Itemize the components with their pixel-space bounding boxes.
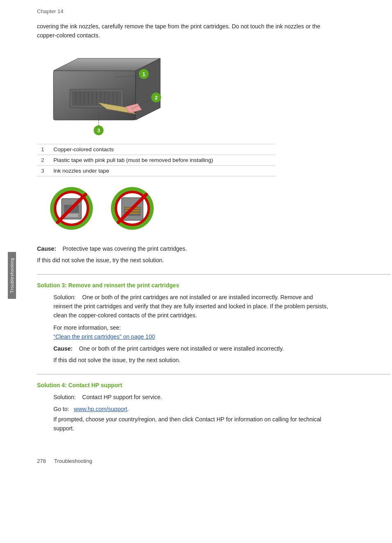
page-footer: 278 Troubleshooting <box>37 458 367 464</box>
cause-3-label: Cause: <box>53 345 73 352</box>
legend-number-3: 3 <box>37 165 49 176</box>
legend-desc-1: Copper-colored contacts <box>49 144 275 155</box>
footer-label: Troubleshooting <box>54 458 92 464</box>
divider-2 <box>37 374 390 374</box>
page-number: 278 <box>37 458 46 464</box>
legend-table: 1 Copper-colored contacts 2 Plastic tape… <box>37 144 275 176</box>
cause-3-description: One or both of the print cartridges were… <box>79 345 284 352</box>
warning-icon-2 <box>110 186 154 232</box>
solution-3-label: Solution: <box>53 294 76 300</box>
solution-4-heading: Solution 4: Contact HP support <box>37 382 367 388</box>
solution-4-if-prompted: If prompted, choose your country/region,… <box>53 415 333 433</box>
legend-row-2: 2 Plastic tape with pink pull tab (must … <box>37 155 275 165</box>
sidebar-troubleshooting-tab: Troubleshooting <box>8 252 16 299</box>
for-more-info: For more information, see: <box>53 324 333 331</box>
legend-desc-3: Ink nozzles under tape <box>49 165 275 176</box>
svg-text:2: 2 <box>154 95 157 101</box>
legend-number-2: 2 <box>37 155 49 165</box>
contact-hp-bold: Contact HP <box>195 416 224 423</box>
cause-1-description: Protective tape was covering the print c… <box>62 245 187 252</box>
cause-1-text: Cause: Protective tape was covering the … <box>37 244 325 253</box>
solution-3-heading: Solution 3: Remove and reinsert the prin… <box>37 282 367 289</box>
chapter-label: Chapter 14 <box>37 8 367 14</box>
solution-4-description: Contact HP support for service. <box>82 394 162 400</box>
divider-1 <box>37 274 390 275</box>
clean-cartridges-link[interactable]: “Clean the print cartridges” on page 100 <box>53 333 155 340</box>
svg-text:3: 3 <box>97 127 100 134</box>
cause-3-text: Cause: One or both of the print cartridg… <box>53 344 333 353</box>
legend-row-3: 3 Ink nozzles under tape <box>37 165 275 176</box>
if-prompted-text: If prompted, choose your country/region,… <box>53 416 194 423</box>
go-to-text: Go to: www.hp.com/support. <box>53 406 333 412</box>
follow-up-1: If this did not solve the issue, try the… <box>37 256 325 265</box>
solution-3-description: One or both of the print cartridges are … <box>53 294 328 319</box>
go-to-label: Go to: <box>53 406 69 412</box>
legend-desc-2: Plastic tape with pink pull tab (must be… <box>49 155 275 165</box>
printer-diagram: 1 2 3 <box>45 50 367 140</box>
sidebar-label: Troubleshooting <box>9 258 14 293</box>
solution-4-label: Solution: <box>53 394 76 400</box>
solution-3-link[interactable]: “Clean the print cartridges” on page 100 <box>53 333 333 340</box>
legend-row-1: 1 Copper-colored contacts <box>37 144 275 155</box>
solution-3-text: Solution: One or both of the print cartr… <box>53 293 333 320</box>
solution-4-block: Solution: Contact HP support for service… <box>53 393 333 433</box>
intro-paragraph: covering the ink nozzles, carefully remo… <box>37 22 325 40</box>
follow-up-3: If this did not solve the issue, try the… <box>53 356 333 365</box>
cause-1-label: Cause: <box>37 245 56 252</box>
warning-icon-1 <box>49 186 94 232</box>
svg-text:1: 1 <box>142 71 145 77</box>
solution-4-text: Solution: Contact HP support for service… <box>53 393 333 402</box>
warning-icons-area <box>49 186 367 232</box>
solution-3-block: Solution: One or both of the print cartr… <box>53 293 333 365</box>
hp-support-link[interactable]: www.hp.com/support <box>74 406 127 412</box>
legend-number-1: 1 <box>37 144 49 155</box>
